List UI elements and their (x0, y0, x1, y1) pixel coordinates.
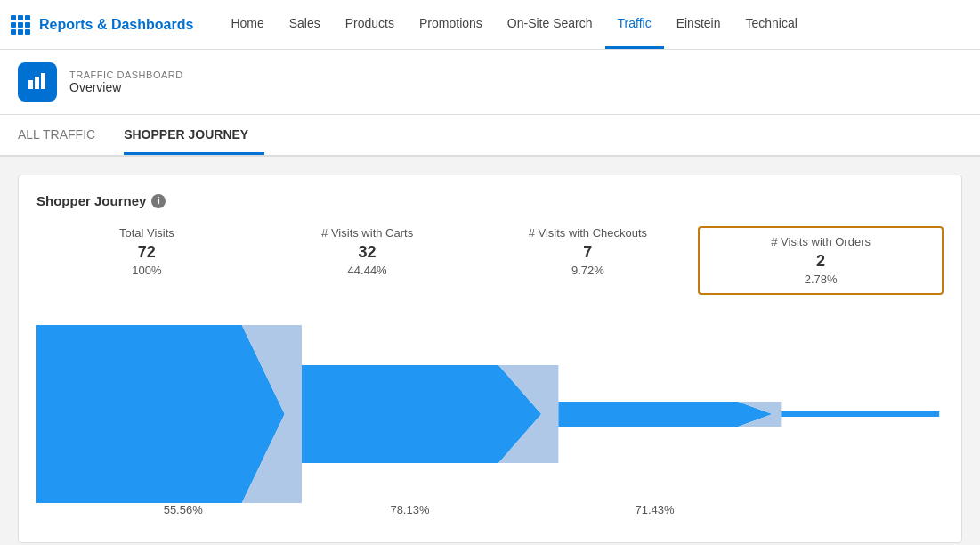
funnel-pct-2: 78.13% (390, 503, 429, 517)
svg-rect-0 (28, 80, 33, 89)
svg-rect-9 (781, 411, 939, 417)
card-title-text: Shopper Journey (36, 193, 146, 208)
svg-marker-7 (558, 402, 772, 427)
funnel-chart (36, 316, 944, 512)
metrics-row: Total Visits 72 100% # Visits with Carts… (36, 226, 944, 295)
funnel-bottom-pcts: 55.56% 78.13% 71.43% (36, 503, 944, 525)
bar-chart-icon (27, 71, 48, 93)
svg-rect-2 (41, 73, 45, 89)
metric-label-visits-carts: # Visits with Carts (257, 226, 478, 240)
metric-total-visits: Total Visits 72 100% (36, 226, 257, 295)
main-content: Shopper Journey i Total Visits 72 100% #… (0, 157, 980, 545)
dashboard-subtitle: Overview (69, 80, 183, 94)
info-icon[interactable]: i (151, 194, 166, 208)
metric-visits-carts: # Visits with Carts 32 44.44% (257, 226, 478, 295)
nav-item-traffic[interactable]: Traffic (605, 0, 664, 49)
sub-tabs: ALL TRAFFIC SHOPPER JOURNEY (0, 115, 980, 157)
metric-value-visits-checkouts: 7 (478, 243, 699, 262)
nav-items: Home Sales Products Promotions On-Site S… (218, 0, 969, 49)
sub-tab-shopper-journey[interactable]: SHOPPER JOURNEY (124, 115, 264, 155)
metric-pct-total-visits: 100% (36, 264, 257, 277)
card-title: Shopper Journey i (36, 193, 944, 208)
metric-value-total-visits: 72 (36, 243, 257, 262)
dashboard-header: TRAFFIC DASHBOARD Overview (0, 50, 980, 115)
sub-tab-all-traffic[interactable]: ALL TRAFFIC (18, 115, 111, 155)
svg-marker-5 (302, 365, 541, 463)
svg-marker-3 (36, 325, 285, 503)
svg-rect-1 (35, 77, 39, 89)
nav-item-einstein[interactable]: Einstein (664, 0, 733, 49)
metric-value-visits-carts: 32 (257, 243, 478, 262)
metric-label-visits-checkouts: # Visits with Checkouts (478, 226, 699, 240)
app-grid-icon[interactable] (11, 15, 30, 35)
nav-item-onsite-search[interactable]: On-Site Search (495, 0, 605, 49)
dashboard-icon (18, 62, 57, 102)
dashboard-title-group: TRAFFIC DASHBOARD Overview (69, 69, 183, 94)
app-title: Reports & Dashboards (39, 17, 193, 33)
dashboard-label: TRAFFIC DASHBOARD (69, 69, 183, 80)
nav-item-promotions[interactable]: Promotions (407, 0, 495, 49)
metric-value-visits-orders: 2 (710, 252, 931, 271)
metric-label-visits-orders: # Visits with Orders (710, 235, 931, 248)
nav-item-sales[interactable]: Sales (277, 0, 333, 49)
metric-pct-visits-carts: 44.44% (257, 264, 478, 277)
nav-item-products[interactable]: Products (333, 0, 407, 49)
metric-label-total-visits: Total Visits (36, 226, 257, 240)
metric-visits-orders: # Visits with Orders 2 2.78% (698, 226, 944, 295)
metric-pct-visits-orders: 2.78% (710, 272, 931, 286)
shopper-journey-card: Shopper Journey i Total Visits 72 100% #… (18, 175, 962, 543)
funnel-svg (36, 316, 944, 512)
nav-item-home[interactable]: Home (218, 0, 276, 49)
metric-pct-visits-checkouts: 9.72% (478, 264, 699, 277)
funnel-pct-1: 55.56% (164, 503, 203, 517)
metric-visits-checkouts: # Visits with Checkouts 7 9.72% (478, 226, 699, 295)
top-nav: Reports & Dashboards Home Sales Products… (0, 0, 980, 50)
nav-item-technical[interactable]: Technical (733, 0, 809, 49)
funnel-pct-3: 71.43% (636, 503, 675, 517)
